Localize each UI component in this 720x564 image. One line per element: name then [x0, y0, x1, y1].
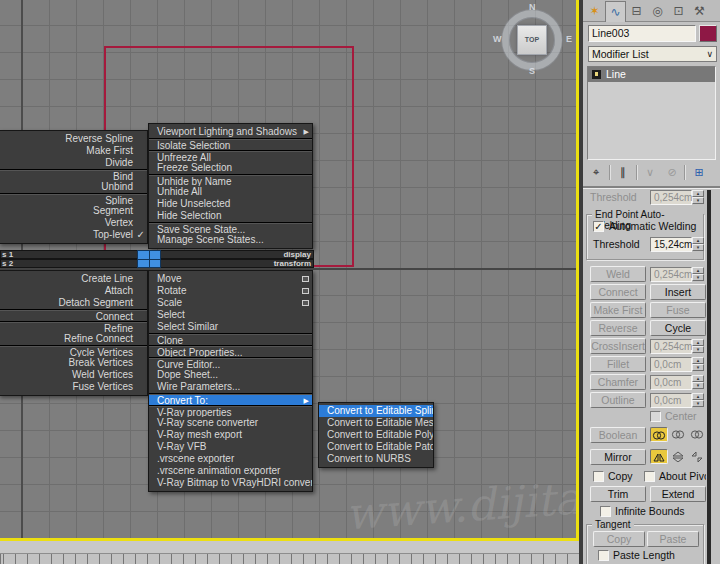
menu-item[interactable]: Vertex: [0, 217, 147, 229]
utilities-tab-icon[interactable]: ⚒: [689, 1, 710, 22]
menu-item[interactable]: Viewport Lighting and Shadows ▶: [149, 126, 312, 138]
make-unique-button[interactable]: ∨: [640, 163, 660, 182]
menu-item[interactable]: Save Scene State...: [149, 222, 312, 234]
modifier-stack[interactable]: Line: [587, 66, 716, 160]
weld-spinner[interactable]: ▴▾: [692, 267, 704, 282]
infinite-bounds-checkbox[interactable]: [600, 506, 611, 517]
menu-item[interactable]: Make First: [0, 145, 147, 157]
threshold-field[interactable]: 0,254cm: [650, 190, 692, 205]
boolean-subtract-icon[interactable]: [669, 427, 687, 442]
menu-item[interactable]: Hide Selection: [149, 210, 312, 222]
menu-item[interactable]: Move: [149, 273, 312, 285]
fillet-button[interactable]: Fillet: [590, 356, 646, 372]
mirror-both-icon[interactable]: [688, 449, 706, 464]
display-tab-icon[interactable]: ⊡: [668, 1, 689, 22]
menu-item[interactable]: Convert to NURBS: [319, 453, 433, 465]
menu-item[interactable]: Divide: [0, 157, 147, 169]
object-name-input[interactable]: Line003: [588, 25, 696, 42]
menu-item[interactable]: Top-level ✓: [0, 229, 147, 241]
connect-button[interactable]: Connect: [590, 284, 646, 300]
fillet-spinner[interactable]: ▴▾: [692, 357, 704, 372]
menu-item[interactable]: V-Ray scene converter: [149, 417, 312, 429]
chamfer-field[interactable]: 0,0cm: [650, 375, 692, 390]
menu-item[interactable]: Object Properties...: [149, 345, 312, 357]
modifier-list-dropdown[interactable]: Modifier List ∨: [588, 46, 717, 62]
pin-stack-button[interactable]: ⌖: [586, 163, 606, 182]
menu-item[interactable]: Convert to Editable Patch: [319, 441, 433, 453]
hierarchy-tab-icon[interactable]: ⊟: [626, 1, 647, 22]
menu-item[interactable]: Manage Scene States...: [149, 234, 312, 246]
menu-item[interactable]: V-Ray properties: [149, 405, 312, 417]
menu-item[interactable]: Fuse Vertices: [0, 381, 147, 393]
threshold-spinner[interactable]: ▴▾: [692, 237, 704, 252]
menu-item[interactable]: Clone: [149, 333, 312, 345]
make-first-button[interactable]: Make First: [590, 302, 646, 318]
menu-item[interactable]: Convert to Editable Spline: [319, 405, 433, 417]
fuse-button[interactable]: Fuse: [650, 302, 706, 318]
configure-modifier-sets-button[interactable]: ⊞: [689, 163, 709, 182]
menu-item[interactable]: .vrscene animation exporter: [149, 465, 312, 477]
menu-item[interactable]: Unbind: [0, 181, 147, 193]
menu-item[interactable]: Curve Editor...: [149, 357, 312, 369]
paste-length-checkbox[interactable]: [598, 550, 609, 561]
about-pivot-checkbox[interactable]: [644, 471, 655, 482]
object-color-swatch[interactable]: [699, 25, 717, 42]
weld-threshold-field[interactable]: 0,254cm: [650, 267, 692, 282]
menu-item[interactable]: Bind: [0, 169, 147, 181]
menu-item[interactable]: Spline: [0, 193, 147, 205]
menu-item[interactable]: V-Ray VFB: [149, 441, 312, 453]
menu-item[interactable]: Refine Connect: [0, 333, 147, 345]
outline-button[interactable]: Outline: [590, 392, 646, 408]
outline-field[interactable]: 0,0cm: [650, 393, 692, 408]
menu-item[interactable]: Scale: [149, 297, 312, 309]
menu-item[interactable]: V-Ray mesh export: [149, 429, 312, 441]
settings-box-icon[interactable]: [302, 288, 309, 294]
mirror-vertical-icon[interactable]: [669, 449, 687, 464]
menu-item[interactable]: Rotate: [149, 285, 312, 297]
menu-item[interactable]: .vrscene exporter: [149, 453, 312, 465]
tangent-copy-button[interactable]: Copy: [593, 531, 645, 547]
menu-item[interactable]: Convert To: ▶: [149, 393, 312, 405]
threshold-field[interactable]: 15,24cm: [650, 237, 692, 252]
menu-item[interactable]: Freeze Selection: [149, 162, 312, 174]
motion-tab-icon[interactable]: ◎: [647, 1, 668, 22]
stack-item-line[interactable]: Line: [588, 67, 715, 82]
modify-tab-icon[interactable]: ∿: [605, 1, 626, 22]
outline-spinner[interactable]: ▴▾: [692, 393, 704, 408]
menu-item[interactable]: Detach Segment: [0, 297, 147, 309]
menu-item[interactable]: Refine: [0, 321, 147, 333]
create-tab-icon[interactable]: ✶: [584, 1, 605, 22]
settings-box-icon[interactable]: [302, 276, 309, 282]
menu-item[interactable]: Reverse Spline: [0, 133, 147, 145]
mirror-horizontal-icon[interactable]: [650, 449, 668, 464]
cross-insert-spinner[interactable]: ▴▾: [692, 339, 704, 354]
menu-item[interactable]: Convert to Editable Poly: [319, 429, 433, 441]
menu-item[interactable]: Weld Vertices: [0, 369, 147, 381]
trim-button[interactable]: Trim: [590, 486, 646, 502]
tangent-paste-button[interactable]: Paste: [647, 531, 699, 547]
menu-item[interactable]: Break Vertices: [0, 357, 147, 369]
menu-item[interactable]: Select Similar: [149, 321, 312, 333]
menu-item[interactable]: Convert to Editable Mesh: [319, 417, 433, 429]
menu-item[interactable]: Select: [149, 309, 312, 321]
copy-checkbox[interactable]: [593, 471, 604, 482]
menu-item[interactable]: Unhide by Name: [149, 174, 312, 186]
extend-button[interactable]: Extend: [650, 486, 706, 502]
menu-item[interactable]: Unhide All: [149, 186, 312, 198]
automatic-welding-checkbox[interactable]: ✓: [593, 221, 604, 232]
show-end-result-button[interactable]: ∥: [613, 163, 633, 182]
threshold-spinner[interactable]: ▴▾: [692, 190, 704, 205]
boolean-union-icon[interactable]: [650, 427, 668, 442]
chamfer-button[interactable]: Chamfer: [590, 374, 646, 390]
panel-scrollbar[interactable]: [707, 190, 711, 564]
remove-modifier-button[interactable]: ⊘: [662, 163, 682, 182]
menu-item[interactable]: Cycle Vertices: [0, 345, 147, 357]
menu-item[interactable]: Create Line: [0, 273, 147, 285]
center-checkbox[interactable]: [650, 411, 661, 422]
menu-item[interactable]: Wire Parameters...: [149, 381, 312, 393]
menu-item[interactable]: Attach: [0, 285, 147, 297]
boolean-button[interactable]: Boolean: [590, 427, 646, 443]
menu-item[interactable]: Isolate Selection: [149, 138, 312, 150]
menu-item[interactable]: Connect: [0, 309, 147, 321]
settings-box-icon[interactable]: [302, 300, 309, 306]
